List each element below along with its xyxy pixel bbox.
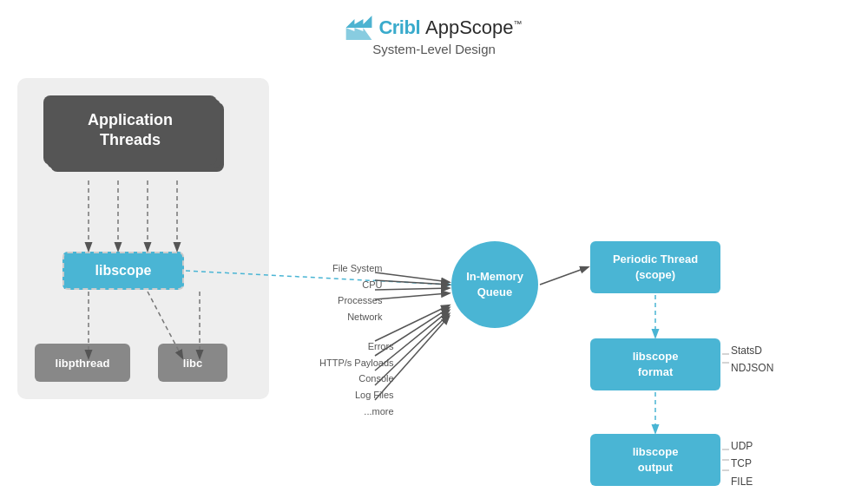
queue-label: In-Memory Queue xyxy=(466,269,523,300)
statsd-labels: StatsD NDJSON xyxy=(731,342,773,377)
svg-line-10 xyxy=(375,272,449,282)
label-errors: Errors xyxy=(319,338,394,355)
label-file: FILE xyxy=(731,473,753,490)
queue-circle: In-Memory Queue xyxy=(451,241,538,328)
label-http: HTTP/s Payloads xyxy=(319,355,394,371)
label-udp: UDP xyxy=(731,437,753,455)
appscope-text: AppScope™ xyxy=(425,16,523,39)
label-ndjson: NDJSON xyxy=(731,359,773,377)
label-processes: Processes xyxy=(332,292,382,309)
label-network: Network xyxy=(332,309,382,325)
svg-marker-0 xyxy=(345,16,372,28)
libc-label: libc xyxy=(183,357,202,370)
left-panel: Application Threads libscope libpthread … xyxy=(17,78,269,399)
svg-line-13 xyxy=(375,293,449,299)
libpthread-label: libpthread xyxy=(56,357,110,370)
source-labels-bottom: Errors HTTP/s Payloads Console Log Files… xyxy=(319,338,394,419)
header: Cribl AppScope™ System-Level Design xyxy=(345,16,522,56)
label-statsd: StatsD xyxy=(731,342,773,359)
cribl-logo-icon xyxy=(345,16,373,40)
label-logfiles: Log Files xyxy=(319,387,394,403)
svg-line-19 xyxy=(540,267,588,285)
libscope-label: libscope xyxy=(95,263,152,279)
trademark-symbol: ™ xyxy=(514,19,523,29)
cribl-text: Cribl xyxy=(378,16,420,39)
libscope-box: libscope xyxy=(62,252,184,290)
svg-marker-1 xyxy=(345,28,372,40)
libscope-format-label: libscope format xyxy=(633,349,679,380)
diagram-container: Application Threads libscope libpthread … xyxy=(17,78,851,475)
logo-container: Cribl AppScope™ xyxy=(345,16,522,40)
libscope-output-box: libscope output xyxy=(590,434,720,486)
label-console: Console xyxy=(319,371,394,387)
libscope-output-label: libscope output xyxy=(633,444,679,476)
svg-line-11 xyxy=(375,280,449,285)
output-labels: UDP TCP FILE xyxy=(731,437,753,490)
label-cpu: CPU xyxy=(332,277,382,293)
label-tcp: TCP xyxy=(731,455,753,472)
label-filesystem: File System xyxy=(332,260,382,277)
subtitle: System-Level Design xyxy=(345,42,522,56)
libc-box: libc xyxy=(158,344,227,382)
libscope-format-box: libscope format xyxy=(590,338,720,390)
svg-line-14 xyxy=(375,305,449,341)
periodic-thread-box: Periodic Thread (scope) xyxy=(590,241,720,293)
source-labels-top: File System CPU Processes Network xyxy=(332,260,382,325)
application-threads-label: Application Threads xyxy=(88,110,173,151)
libpthread-box: libpthread xyxy=(35,344,130,382)
label-more: ...more xyxy=(319,403,394,420)
thread-card-front: Application Threads xyxy=(43,95,217,165)
svg-line-12 xyxy=(375,288,449,290)
periodic-thread-label: Periodic Thread (scope) xyxy=(613,252,698,283)
